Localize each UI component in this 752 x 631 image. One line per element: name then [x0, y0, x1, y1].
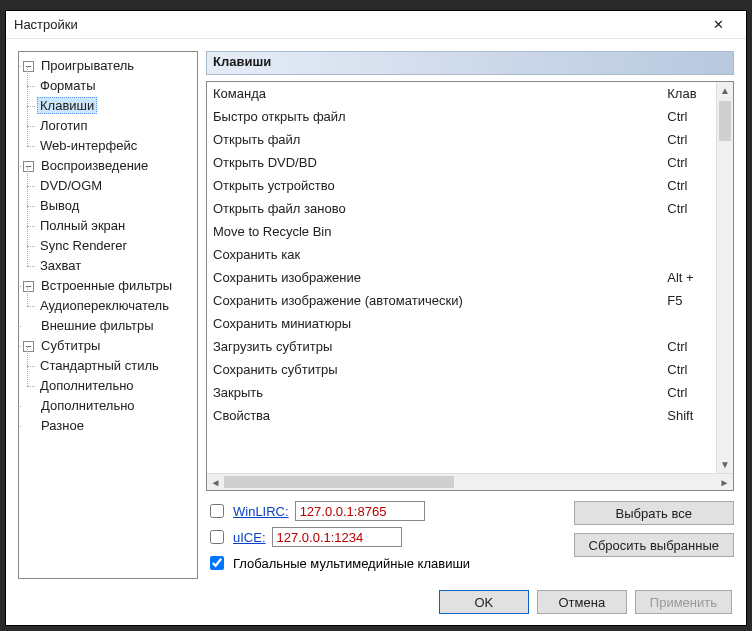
tree-node-label[interactable]: Дополнительно [37, 377, 137, 394]
table-row[interactable]: ЗакрытьCtrl [207, 381, 733, 404]
cell-command: Сохранить изображение [207, 266, 661, 289]
uice-address-input[interactable] [272, 527, 402, 547]
scroll-left-icon[interactable]: ◄ [207, 474, 224, 490]
tree-node-label[interactable]: Полный экран [37, 217, 128, 234]
uice-checkbox[interactable] [210, 530, 224, 544]
tree-node-label[interactable]: Sync Renderer [37, 237, 130, 254]
table-row[interactable]: Открыть файл зановоCtrl [207, 197, 733, 220]
expand-toggle-icon[interactable]: − [23, 281, 34, 292]
table-row[interactable]: Открыть файлCtrl [207, 128, 733, 151]
ok-button[interactable]: OK [439, 590, 529, 614]
tree-node[interactable]: +Разное [23, 416, 195, 436]
table-row[interactable]: Сохранить изображение (автоматически)F5 [207, 289, 733, 312]
tree-node-label[interactable]: Проигрыватель [38, 57, 137, 74]
tree-node[interactable]: +Внешние фильтры [23, 316, 195, 336]
tree-node[interactable]: DVD/OGM [37, 176, 195, 196]
tree-node-label[interactable]: Внешние фильтры [38, 317, 157, 334]
tree-node-label[interactable]: Логотип [37, 117, 90, 134]
table-row[interactable]: СвойстваShift [207, 404, 733, 427]
scroll-thumb[interactable] [719, 101, 731, 141]
expand-toggle-icon[interactable]: − [23, 61, 34, 72]
expand-toggle-icon[interactable]: − [23, 161, 34, 172]
tree-node[interactable]: Sync Renderer [37, 236, 195, 256]
cell-command: Сохранить как [207, 243, 661, 266]
cell-command: Быстро открыть файл [207, 105, 661, 128]
table-row[interactable]: Загрузить субтитрыCtrl [207, 335, 733, 358]
scroll-down-icon[interactable]: ▼ [717, 456, 733, 473]
reset-selected-button[interactable]: Сбросить выбранные [574, 533, 734, 557]
cell-command: Открыть файл [207, 128, 661, 151]
cell-command: Закрыть [207, 381, 661, 404]
right-pane: Клавиши Команда Клав Быстро открыть файл… [206, 51, 734, 579]
tree-node-label[interactable]: Дополнительно [38, 397, 138, 414]
section-header: Клавиши [206, 51, 734, 75]
winlirc-address-input[interactable] [295, 501, 425, 521]
tree-node[interactable]: Web-интерфейс [37, 136, 195, 156]
tree-node[interactable]: Дополнительно [37, 376, 195, 396]
close-icon: ✕ [713, 17, 724, 32]
scroll-right-icon[interactable]: ► [716, 474, 733, 490]
horizontal-scrollbar[interactable]: ◄ ► [207, 473, 733, 490]
settings-dialog: Настройки ✕ −ПроигрывательФорматыКлавиши… [5, 10, 747, 626]
tree-node[interactable]: Захват [37, 256, 195, 276]
tree-node[interactable]: Полный экран [37, 216, 195, 236]
tree-node[interactable]: −ПроигрывательФорматыКлавишиЛоготипWeb-и… [23, 56, 195, 156]
tree-node[interactable]: −ВоспроизведениеDVD/OGMВыводПолный экран… [23, 156, 195, 276]
table-row[interactable]: Сохранить изображениеAlt + [207, 266, 733, 289]
table-row[interactable]: Сохранить миниатюры [207, 312, 733, 335]
winlirc-checkbox[interactable] [210, 504, 224, 518]
scroll-up-icon[interactable]: ▲ [717, 82, 733, 99]
category-tree: −ПроигрывательФорматыКлавишиЛоготипWeb-и… [21, 56, 195, 436]
select-all-button[interactable]: Выбрать все [574, 501, 734, 525]
table-row[interactable]: Сохранить как [207, 243, 733, 266]
cell-command: Move to Recycle Bin [207, 220, 661, 243]
cell-command: Открыть DVD/BD [207, 151, 661, 174]
close-button[interactable]: ✕ [698, 11, 738, 39]
tree-node[interactable]: −Встроенные фильтрыАудиопереключатель [23, 276, 195, 316]
vertical-scrollbar[interactable]: ▲ ▼ [716, 82, 733, 473]
table-row[interactable]: Быстро открыть файлCtrl [207, 105, 733, 128]
tree-node-label[interactable]: Вывод [37, 197, 82, 214]
tree-node-label[interactable]: Субтитры [38, 337, 103, 354]
table-row[interactable]: Открыть DVD/BDCtrl [207, 151, 733, 174]
tree-node-label[interactable]: Web-интерфейс [37, 137, 140, 154]
tree-node-label[interactable]: Встроенные фильтры [38, 277, 175, 294]
table-row[interactable]: Move to Recycle Bin [207, 220, 733, 243]
tree-node[interactable]: Аудиопереключатель [37, 296, 195, 316]
winlirc-link[interactable]: WinLIRC: [233, 504, 289, 519]
cancel-button[interactable]: Отмена [537, 590, 627, 614]
tree-node[interactable]: Вывод [37, 196, 195, 216]
tree-node[interactable]: Стандартный стиль [37, 356, 195, 376]
table-row[interactable]: Сохранить субтитрыCtrl [207, 358, 733, 381]
cell-command: Сохранить субтитры [207, 358, 661, 381]
tree-node-label[interactable]: Форматы [37, 77, 99, 94]
tree-node-label[interactable]: Клавиши [37, 97, 97, 114]
cell-command: Открыть файл заново [207, 197, 661, 220]
uice-link[interactable]: uICE: [233, 530, 266, 545]
tree-node[interactable]: Логотип [37, 116, 195, 136]
tree-node[interactable]: Форматы [37, 76, 195, 96]
tree-node-label[interactable]: Воспроизведение [38, 157, 151, 174]
tree-node-label[interactable]: Разное [38, 417, 87, 434]
cell-command: Свойства [207, 404, 661, 427]
tree-node[interactable]: +Дополнительно [23, 396, 195, 416]
global-keys-checkbox[interactable] [210, 556, 224, 570]
tree-node[interactable]: Клавиши [37, 96, 195, 116]
tree-node-label[interactable]: DVD/OGM [37, 177, 105, 194]
tree-node-label[interactable]: Захват [37, 257, 84, 274]
tree-node-label[interactable]: Аудиопереключатель [37, 297, 172, 314]
expand-toggle-icon[interactable]: − [23, 341, 34, 352]
category-tree-pane[interactable]: −ПроигрывательФорматыКлавишиЛоготипWeb-и… [18, 51, 198, 579]
hotkey-table-scroll[interactable]: Команда Клав Быстро открыть файлCtrlОткр… [207, 82, 733, 473]
col-header-command[interactable]: Команда [207, 82, 661, 105]
cell-command: Сохранить изображение (автоматически) [207, 289, 661, 312]
table-row[interactable]: Открыть устройствоCtrl [207, 174, 733, 197]
apply-button[interactable]: Применить [635, 590, 732, 614]
cell-command: Загрузить субтитры [207, 335, 661, 358]
tree-node-label[interactable]: Стандартный стиль [37, 357, 162, 374]
tree-node[interactable]: −СубтитрыСтандартный стильДополнительно [23, 336, 195, 396]
hotkey-table-wrap: Команда Клав Быстро открыть файлCtrlОткр… [206, 81, 734, 491]
hscroll-thumb[interactable] [224, 476, 454, 488]
dialog-footer: OK Отмена Применить [6, 579, 746, 625]
options-row: WinLIRC: uICE: Глобальные мультимедийные… [206, 501, 734, 579]
